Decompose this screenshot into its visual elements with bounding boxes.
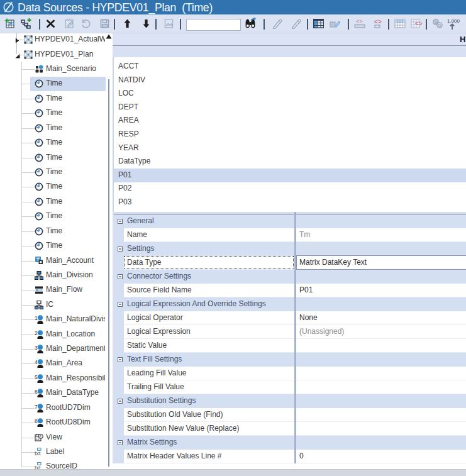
svg-text:1,000: 1,000 xyxy=(447,18,460,24)
svg-text:<>: <> xyxy=(415,21,422,28)
svg-text:3: 3 xyxy=(35,345,38,351)
svg-text:7: 7 xyxy=(35,404,38,410)
svg-text:txt: txt xyxy=(35,465,41,469)
svg-text:0: 0 xyxy=(438,23,441,28)
svg-text:6: 6 xyxy=(35,389,38,395)
svg-text:txt: txt xyxy=(35,450,41,457)
svg-text:5: 5 xyxy=(35,374,38,380)
svg-text:<>: <> xyxy=(374,19,382,26)
svg-text:1: 1 xyxy=(35,315,38,321)
svg-text:8: 8 xyxy=(35,418,38,424)
svg-text:4: 4 xyxy=(35,359,38,365)
svg-text:2: 2 xyxy=(35,330,38,336)
